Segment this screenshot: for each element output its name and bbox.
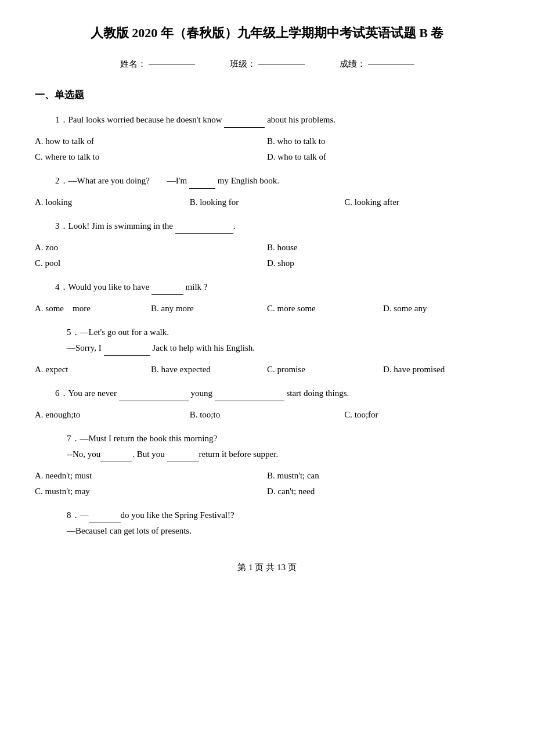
q4-option-c: C. more some [267,301,383,316]
q5-option-b: B. have expected [151,362,267,377]
q5-option-c: C. promise [267,362,383,377]
question-7: 7．—Must I return the book this morning? … [35,431,499,462]
q1-option-b: B. who to talk to [267,134,499,149]
question-5: 5．—Let's go out for a walk. —Sorry, I Ja… [35,325,499,356]
score-field: 成绩： [340,59,414,70]
q7-text: 7．—Must I return the book this morning? … [46,431,499,462]
q6-option-b: B. too;to [190,407,345,423]
page-footer: 第 1 页 共 13 页 [35,562,499,573]
info-row: 姓名： 班级： 成绩： [35,59,499,70]
q7-options: A. needn't; must B. mustn't; can C. must… [35,468,499,499]
page-title: 人教版 2020 年（春秋版）九年级上学期期中考试英语试题 B 卷 [35,23,499,42]
q4-option-b: B. any more [151,301,267,316]
question-4: 4．Would you like to have milk ? [35,279,499,295]
q1-option-c: C. where to talk to [35,149,267,165]
q5-option-d: D. have promised [383,362,499,377]
q1-options: A. how to talk of B. who to talk to C. w… [35,134,499,165]
question-8: 8．—do you like the Spring Festival!? —Be… [35,507,499,539]
q4-text: 4．Would you like to have milk ? [46,279,499,295]
q3-option-a: A. zoo [35,240,267,255]
question-2: 2．—What are you doing? —I'm my English b… [35,173,499,189]
name-field: 姓名： [120,59,195,70]
q7-option-c: C. mustn't; may [35,484,267,499]
q6-text: 6．You are never young start doing things… [46,386,499,401]
q2-text: 2．—What are you doing? —I'm my English b… [46,173,499,189]
q2-option-b: B. looking for [190,195,345,210]
q1-option-a: A. how to talk of [35,134,267,149]
q5-text: 5．—Let's go out for a walk. —Sorry, I Ja… [46,325,499,356]
q3-option-b: B. house [267,240,499,255]
section1-title: 一、单选题 [35,88,499,102]
q6-option-c: C. too;for [344,407,499,423]
q2-option-c: C. looking after [344,195,499,210]
question-3: 3．Look! Jim is swimming in the . [35,218,499,234]
q5-option-a: A. expect [35,362,151,377]
q5-options: A. expect B. have expected C. promise D.… [35,362,499,377]
q6-options: A. enough;to B. too;to C. too;for [35,407,499,423]
q7-option-b: B. mustn't; can [267,468,499,484]
q3-option-c: C. pool [35,255,267,271]
q2-options: A. looking B. looking for C. looking aft… [35,195,499,210]
q4-options: A. some more B. any more C. more some D.… [35,301,499,316]
q3-options: A. zoo B. house C. pool D. shop [35,240,499,271]
q1-text: 1．Paul looks worried because he doesn't … [46,112,499,128]
q3-option-d: D. shop [267,255,499,271]
q8-text: 8．—do you like the Spring Festival!? —Be… [46,507,499,539]
q4-option-d: D. some any [383,301,499,316]
q7-option-d: D. can't; need [267,484,499,499]
q4-option-a: A. some more [35,301,151,316]
q7-option-a: A. needn't; must [35,468,267,484]
q3-text: 3．Look! Jim is swimming in the . [46,218,499,234]
q2-option-a: A. looking [35,195,190,210]
question-6: 6．You are never young start doing things… [35,386,499,401]
question-1: 1．Paul looks worried because he doesn't … [35,112,499,128]
q6-option-a: A. enough;to [35,407,190,423]
class-field: 班级： [230,59,305,70]
q1-option-d: D. who to talk of [267,149,499,165]
